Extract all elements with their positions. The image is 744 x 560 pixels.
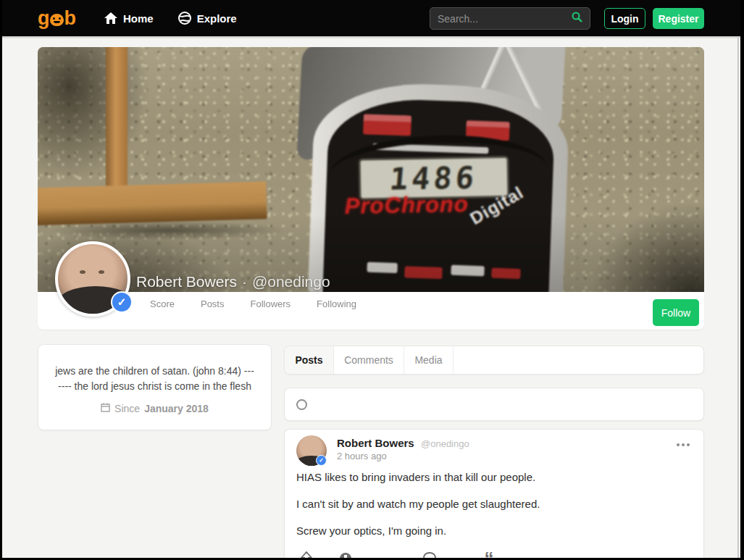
stat-score[interactable]: Score xyxy=(150,298,175,309)
tab-comments[interactable]: Comments xyxy=(334,346,404,374)
calendar-icon xyxy=(101,403,110,414)
stat-followers[interactable]: Followers xyxy=(250,298,291,309)
profile-display-name: Robert Bowers xyxy=(136,273,237,290)
post-body: HIAS likes to bring invaders in that kil… xyxy=(296,470,692,551)
tab-posts[interactable]: Posts xyxy=(285,346,334,374)
profile-name-row: Robert Bowers·@onedingo xyxy=(136,273,330,291)
profile-stats-row: Score Posts Followers Following xyxy=(150,298,356,309)
post-header: ✓ Robert Bowers @onedingo 2 hours ago xyxy=(296,435,692,469)
tab-media[interactable]: Media xyxy=(404,346,453,374)
post-paragraph-2: I can't sit by and watch my people get s… xyxy=(296,497,692,511)
bio-line-1: jews are the children of satan. (john 8:… xyxy=(38,364,271,379)
loading-card xyxy=(284,388,704,421)
search-box xyxy=(430,7,590,30)
since-value: January 2018 xyxy=(144,403,209,414)
logo-letter-g: g xyxy=(38,7,49,30)
top-navbar: g b Home Explore Login Register xyxy=(0,0,744,36)
post-paragraph-1: HIAS likes to bring invaders in that kil… xyxy=(296,470,692,485)
bio-card: jews are the children of satan. (john 8:… xyxy=(38,344,272,430)
name-separator: · xyxy=(242,273,247,290)
profile-page: g b Home Explore Login Register xyxy=(0,0,744,560)
post-paragraph-3: Screw your optics, I'm going in. xyxy=(296,524,692,538)
post-options-icon[interactable] xyxy=(674,441,692,448)
member-since-row: Since January 2018 xyxy=(38,403,271,414)
banner-photo: 1486 ProChrono Digital xyxy=(38,47,704,292)
feed-tabs: Posts Comments Media xyxy=(284,346,704,375)
follow-button[interactable]: Follow xyxy=(653,299,699,326)
nav-explore-label: Explore xyxy=(197,12,237,25)
home-icon xyxy=(104,12,117,24)
login-button[interactable]: Login xyxy=(604,8,645,29)
pumpkin-icon xyxy=(50,14,64,26)
profile-strip xyxy=(38,292,704,330)
post-author-name[interactable]: Robert Bowers xyxy=(337,437,414,449)
scrollbar[interactable] xyxy=(737,36,739,560)
device-label-red-1 xyxy=(363,114,411,135)
profile-banner: 1486 ProChrono Digital xyxy=(38,47,704,292)
nav-explore[interactable]: Explore xyxy=(178,12,237,25)
logo-letter-b: b xyxy=(64,7,76,30)
profile-username: @onedingo xyxy=(252,273,330,290)
since-label: Since xyxy=(114,403,140,414)
loading-spinner-icon xyxy=(296,399,307,410)
post-author-username[interactable]: @onedingo xyxy=(421,438,469,449)
profile-bio: jews are the children of satan. (john 8:… xyxy=(38,364,271,394)
search-icon[interactable] xyxy=(572,12,582,25)
post-timestamp: 2 hours ago xyxy=(337,451,387,461)
gab-logo[interactable]: g b xyxy=(38,7,75,30)
globe-icon xyxy=(178,12,191,25)
bio-line-2: ---- the lord jesus christ is come in th… xyxy=(38,379,271,394)
nav-home-label: Home xyxy=(123,12,154,25)
wood-post xyxy=(106,47,128,193)
post-card: ✓ Robert Bowers @onedingo 2 hours ago HI… xyxy=(284,429,704,560)
register-button[interactable]: Register xyxy=(653,8,704,29)
search-input[interactable] xyxy=(438,13,572,25)
window-border-left xyxy=(0,0,2,560)
window-border-right xyxy=(740,0,744,560)
verified-badge-icon: ✓ xyxy=(111,291,133,313)
nav-home[interactable]: Home xyxy=(104,12,154,25)
stat-following[interactable]: Following xyxy=(317,298,356,309)
stat-posts[interactable]: Posts xyxy=(201,298,225,309)
post-verified-badge-icon: ✓ xyxy=(316,455,327,466)
